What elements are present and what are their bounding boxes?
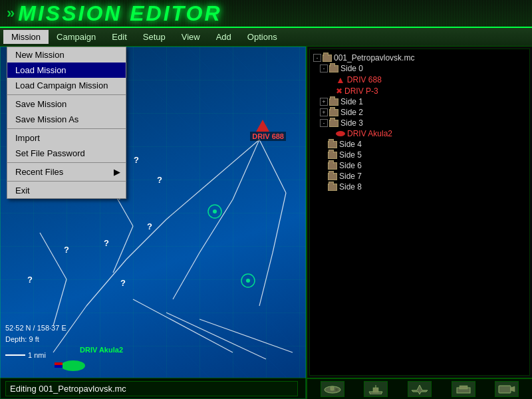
tree-expand-side2[interactable]: + — [320, 108, 328, 116]
svg-line-12 — [113, 226, 133, 273]
tree-side1[interactable]: + Side 1 — [313, 96, 526, 107]
svg-line-7 — [173, 253, 200, 299]
dropdown-load-mission[interactable]: Load Mission — [7, 63, 126, 78]
unit-driv688-label: DRIV 688 — [250, 132, 286, 141]
icon-bar — [307, 378, 532, 399]
menu-setup[interactable]: Setup — [135, 30, 174, 44]
svg-marker-30 — [256, 120, 269, 132]
svg-line-5 — [233, 140, 259, 200]
svg-line-1 — [166, 180, 213, 219]
svg-marker-40 — [412, 385, 428, 394]
dropdown-load-campaign[interactable]: Load Campaign Mission — [7, 78, 126, 93]
svg-text:?: ? — [147, 221, 152, 231]
svg-line-8 — [259, 140, 286, 193]
dropdown-save-mission[interactable]: Save Mission — [7, 96, 126, 112]
tree-akula2[interactable]: DRIV Akula2 — [313, 128, 526, 139]
tree-folder-side7 — [328, 173, 337, 180]
tree-view[interactable]: - 001_Petropavlovsk.mc - Side 0 ▲ DRIV 6… — [309, 49, 530, 376]
tree-side3[interactable]: - Side 3 — [313, 118, 526, 128]
title-arrows: » — [7, 5, 15, 22]
dropdown-sep1 — [7, 94, 126, 95]
tree-label-side1: Side 1 — [340, 97, 363, 106]
tree-folder-side1 — [329, 98, 338, 106]
tree-side2[interactable]: + Side 2 — [313, 107, 526, 118]
svg-line-10 — [259, 253, 273, 306]
menu-campaign[interactable]: Campaign — [49, 30, 104, 44]
menu-mission[interactable]: Mission — [3, 30, 49, 44]
video-button[interactable] — [495, 381, 519, 397]
svg-rect-35 — [331, 386, 334, 390]
menu-options[interactable]: Options — [239, 30, 285, 44]
tree-side5[interactable]: Side 5 — [313, 150, 526, 160]
tree-side8[interactable]: Side 8 — [313, 182, 526, 192]
dropdown-save-mission-as[interactable]: Save Mission As — [7, 112, 126, 127]
title-bar: » MISSION EDITOR — [0, 0, 532, 28]
svg-line-14 — [53, 279, 66, 326]
dropdown-import[interactable]: Import — [7, 130, 126, 146]
tree-expand-side1[interactable]: + — [320, 98, 328, 106]
unit-icon-drivp3: ✖ — [336, 86, 342, 96]
tree-label-side3: Side 3 — [340, 118, 363, 128]
dropdown-sep3 — [7, 162, 126, 163]
tree-folder-side2 — [329, 109, 338, 116]
svg-rect-38 — [373, 388, 378, 392]
status-bar — [0, 378, 307, 399]
menu-edit[interactable]: Edit — [104, 30, 134, 44]
tree-expand-root[interactable]: - — [313, 54, 321, 62]
tree-label-root: 001_Petropavlovsk.mc — [334, 53, 414, 63]
dropdown-new-mission[interactable]: New Mission — [7, 47, 126, 63]
svg-text:?: ? — [134, 155, 139, 165]
tree-folder-root — [323, 55, 332, 62]
dropdown-menu: New Mission Load Mission Load Campaign M… — [7, 47, 126, 199]
dropdown-set-password[interactable]: Set File Password — [7, 146, 126, 161]
svg-point-29 — [246, 279, 250, 283]
tree-expand-side3[interactable]: - — [320, 119, 328, 127]
tree-side7[interactable]: Side 7 — [313, 171, 526, 182]
ship-button[interactable] — [364, 381, 388, 397]
svg-point-31 — [61, 360, 85, 371]
menu-add[interactable]: Add — [208, 30, 239, 44]
tree-drivp3[interactable]: ✖ DRIV P-3 — [313, 86, 526, 96]
svg-line-9 — [273, 193, 286, 253]
svg-text:?: ? — [27, 275, 33, 285]
svg-rect-43 — [499, 386, 511, 393]
svg-line-17 — [200, 319, 293, 352]
svg-line-16 — [166, 313, 266, 359]
svg-line-6 — [200, 200, 233, 253]
unit-akula-label: DRIV Akula2 — [80, 346, 123, 354]
dropdown-exit[interactable]: Exit — [7, 183, 126, 198]
svg-line-0 — [213, 140, 259, 180]
tree-label-side6: Side 6 — [339, 161, 362, 170]
aircraft-button[interactable] — [408, 381, 432, 397]
submarine-button[interactable] — [321, 381, 344, 397]
tree-folder-side3 — [329, 120, 338, 127]
tree-side6[interactable]: Side 6 — [313, 160, 526, 171]
unit-icon-driv688: ▲ — [336, 74, 345, 85]
svg-rect-42 — [460, 386, 467, 389]
svg-text:?: ? — [64, 245, 69, 255]
tree-folder-side6 — [328, 162, 337, 170]
tree-label-side2: Side 2 — [340, 108, 363, 117]
svg-rect-33 — [55, 362, 63, 365]
tree-label-side4: Side 4 — [339, 140, 362, 149]
ground-button[interactable] — [452, 381, 475, 397]
status-input[interactable] — [5, 381, 298, 396]
dropdown-sep2 — [7, 128, 126, 129]
svg-line-13 — [40, 233, 66, 279]
tree-side0[interactable]: - Side 0 — [313, 63, 526, 74]
tree-label-side8: Side 8 — [339, 182, 362, 192]
menu-view[interactable]: View — [174, 30, 208, 44]
svg-point-36 — [335, 388, 338, 391]
dropdown-recent-files[interactable]: Recent Files — [7, 164, 126, 180]
scale-display: 1 nmi — [5, 351, 46, 359]
tree-driv688[interactable]: ▲ DRIV 688 — [313, 74, 526, 86]
svg-point-27 — [213, 209, 217, 213]
dropdown-sep4 — [7, 181, 126, 182]
tree-label-akula2: DRIV Akula2 — [347, 129, 392, 138]
tree-root[interactable]: - 001_Petropavlovsk.mc — [313, 53, 526, 63]
tree-folder-side4 — [328, 141, 337, 148]
right-panel: - 001_Petropavlovsk.mc - Side 0 ▲ DRIV 6… — [307, 47, 532, 399]
tree-expand-side0[interactable]: - — [320, 65, 328, 72]
tree-label-driv688: DRIV 688 — [347, 75, 382, 84]
tree-side4[interactable]: Side 4 — [313, 139, 526, 150]
